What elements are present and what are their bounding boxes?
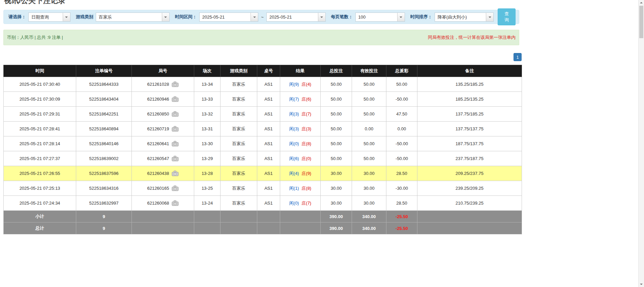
cell-total-bet-link[interactable]: 50.00 xyxy=(321,136,352,151)
cell-result: 闲(3) 庄(7) xyxy=(280,107,321,122)
video-camera-icon[interactable] xyxy=(172,171,179,176)
cell-game: 百家乐 xyxy=(221,107,257,122)
vertical-scrollbar[interactable] xyxy=(638,0,644,287)
per-page-label: 每页笔数： xyxy=(331,14,353,20)
cell-result: 闲(0) 庄(8) xyxy=(280,136,321,151)
time-sort-select[interactable]: 降幂(由大到小) xyxy=(435,12,494,22)
query-type-value: 日期查询 xyxy=(29,13,63,21)
table-row: 2025-05-21 07:30:09 522518643404 6212609… xyxy=(4,92,522,107)
result-player: 闲(0) xyxy=(289,201,299,206)
cell-total-bet-link[interactable]: 30.00 xyxy=(321,166,352,181)
scrollbar-down-arrow-icon[interactable] xyxy=(639,282,644,287)
grand-total-payout: -25.50 xyxy=(386,223,417,234)
bet-records-table: 时间 注单编号 局号 场次 游戏类别 桌号 结果 总投注 有效投注 总派彩 备注… xyxy=(3,65,522,234)
cell-payout: 28.50 xyxy=(386,166,417,181)
cell-total-bet-link[interactable]: 50.00 xyxy=(321,122,352,136)
video-camera-icon[interactable] xyxy=(172,126,179,132)
cell-total-bet-link[interactable]: 50.00 xyxy=(321,92,352,107)
search-button[interactable]: 查询 xyxy=(498,8,516,25)
video-camera-icon[interactable] xyxy=(172,81,179,87)
cell-total-bet-link[interactable]: 50.00 xyxy=(321,151,352,166)
video-camera-icon[interactable] xyxy=(172,111,179,117)
result-banker: 庄(0) xyxy=(301,156,311,161)
valid-bet-notice-text: 同局有效投注，统一计算在该局第一张注单内 xyxy=(428,34,516,41)
page-button-1[interactable]: 1 xyxy=(514,53,522,61)
cell-game: 百家乐 xyxy=(221,151,257,166)
query-type-select[interactable]: 日期查询 xyxy=(28,12,70,22)
cell-session: 13-24 xyxy=(194,196,221,211)
subtotal-valid-bet: 340.00 xyxy=(352,211,386,223)
currency-total-text: 币别：人民币 | 总共 :9 注单 | xyxy=(7,34,63,41)
page-title: 视讯/公关下注记录 xyxy=(4,0,522,6)
result-player: 闲(4) xyxy=(289,171,299,176)
cell-result: 闲(6) 庄(0) xyxy=(280,151,321,166)
cell-bet-id: 522518632997 xyxy=(76,196,132,211)
chevron-down-icon xyxy=(251,13,258,21)
cell-session: 13-30 xyxy=(194,136,221,151)
round-id-value: 621260719 xyxy=(147,126,169,132)
per-page-value: 100 xyxy=(356,13,397,21)
result-player: 闲(0) xyxy=(289,141,299,146)
cell-bet-id: 522518639002 xyxy=(76,151,132,166)
cell-remark: 185.25/135.25 xyxy=(417,92,522,107)
cell-valid-bet: 30.00 xyxy=(352,166,386,181)
table-row: 2025-05-21 07:29:31 522518642251 6212608… xyxy=(4,107,522,122)
video-camera-icon[interactable] xyxy=(172,141,179,147)
grand-total-count: 9 xyxy=(76,223,132,234)
result-banker: 庄(4) xyxy=(301,82,311,87)
column-header-total-bet: 总投注 xyxy=(321,65,352,77)
table-footer: 小计 9 390.00 340.00 -25.50 总计 9 390.00 34… xyxy=(4,211,522,234)
column-header-time: 时间 xyxy=(4,65,76,77)
round-id-value: 621260165 xyxy=(147,185,169,191)
column-header-game: 游戏类别 xyxy=(221,65,257,77)
date-from-select[interactable]: 2025-05-21 xyxy=(199,12,259,22)
cell-round-id: 621260438 xyxy=(132,166,194,181)
table-header: 时间 注单编号 局号 场次 游戏类别 桌号 结果 总投注 有效投注 总派彩 备注 xyxy=(4,65,522,77)
result-player: 闲(3) xyxy=(289,111,299,116)
date-range-separator: ~ xyxy=(261,15,264,20)
table-row: 2025-05-21 07:28:41 522518640894 6212607… xyxy=(4,122,522,136)
result-player: 闲(1) xyxy=(289,186,299,191)
result-player: 闲(9) xyxy=(289,82,299,87)
cell-total-bet-link[interactable]: 50.00 xyxy=(321,77,352,92)
cell-remark: 137.75/137.75 xyxy=(417,122,522,136)
cell-game: 百家乐 xyxy=(221,181,257,196)
cell-session: 13-31 xyxy=(194,122,221,136)
cell-session: 13-25 xyxy=(194,181,221,196)
cell-total-bet-link[interactable]: 50.00 xyxy=(321,107,352,122)
chevron-down-icon xyxy=(63,13,70,21)
scrollbar-up-arrow-icon[interactable] xyxy=(639,0,644,5)
per-page-select[interactable]: 100 xyxy=(355,12,405,22)
result-banker: 庄(9) xyxy=(301,171,311,176)
scrollbar-thumb[interactable] xyxy=(639,6,643,38)
game-category-select[interactable]: 百家乐 xyxy=(96,12,170,22)
cell-payout: -50.00 xyxy=(386,92,417,107)
time-sort-label: 时间排序： xyxy=(410,14,432,20)
cell-remark: 237.75/187.75 xyxy=(417,151,522,166)
round-id-value: 621260438 xyxy=(147,171,169,176)
cell-time: 2025-05-21 07:28:41 xyxy=(4,122,76,136)
cell-payout: 28.50 xyxy=(386,196,417,211)
cell-total-bet-link[interactable]: 30.00 xyxy=(321,196,352,211)
cell-table-no: AS1 xyxy=(257,77,280,92)
cell-table-no: AS1 xyxy=(257,92,280,107)
video-camera-icon[interactable] xyxy=(172,96,179,102)
cell-total-bet-link[interactable]: 30.00 xyxy=(321,181,352,196)
video-camera-icon[interactable] xyxy=(172,156,179,161)
cell-game: 百家乐 xyxy=(221,166,257,181)
date-to-select[interactable]: 2025-05-21 xyxy=(266,12,326,22)
cell-valid-bet: 50.00 xyxy=(352,77,386,92)
cell-game: 百家乐 xyxy=(221,77,257,92)
chevron-down-icon xyxy=(162,13,169,21)
cell-payout: 0.00 xyxy=(386,122,417,136)
page-container: 视讯/公关下注记录 请选择： 日期查询 游戏类别 百家乐 时间区间： 2025-… xyxy=(0,0,522,234)
cell-bet-id: 522518634316 xyxy=(76,181,132,196)
video-camera-icon[interactable] xyxy=(172,200,179,206)
subtotal-label: 小计 xyxy=(4,211,76,223)
cell-result: 闲(9) 庄(4) xyxy=(280,77,321,92)
cell-time: 2025-05-21 07:26:55 xyxy=(4,166,76,181)
column-header-bet-id: 注单编号 xyxy=(76,65,132,77)
video-camera-icon[interactable] xyxy=(172,185,179,191)
cell-bet-id: 522518640146 xyxy=(76,136,132,151)
cell-result: 闲(7) 庄(6) xyxy=(280,92,321,107)
